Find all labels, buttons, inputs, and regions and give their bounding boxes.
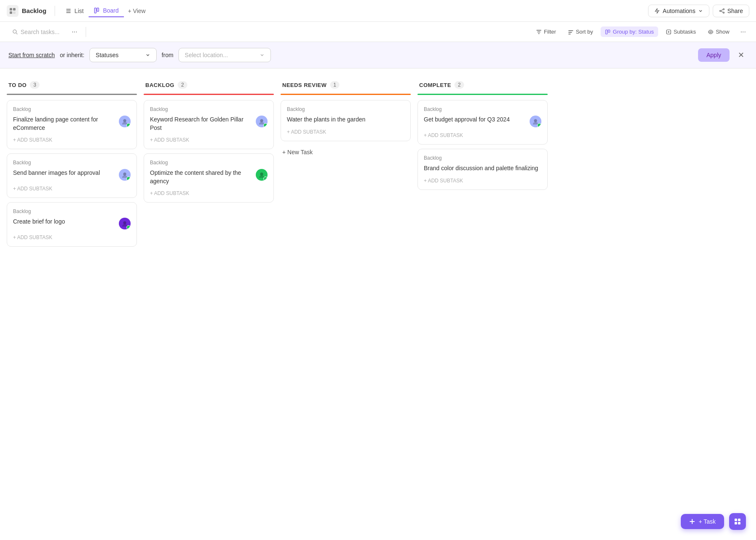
card-title: Finalize landing page content for eComme… (13, 116, 116, 132)
card-body: Optimize the content shared by the agenc… (150, 169, 268, 185)
toolbar-separator (86, 27, 86, 37)
column-count: 2 (178, 81, 187, 89)
svg-rect-8 (97, 8, 99, 11)
add-subtask-button[interactable]: + ADD SUBTASK (13, 186, 131, 192)
start-from-scratch-link[interactable]: Start from scratch (8, 52, 55, 58)
column-backlog: BACKLOG 2 Backlog Keyword Research for G… (144, 77, 274, 207)
task-card[interactable]: Backlog Get budget approval for Q3 2024 … (417, 100, 548, 145)
search-icon (12, 29, 18, 35)
task-card[interactable]: Backlog Finalize landing page content fo… (7, 100, 137, 149)
toolbar: Search tasks... ··· Filter Sort by Group… (0, 22, 756, 42)
inherit-bar: Start from scratch or inherit: Statuses … (0, 42, 756, 68)
add-subtask-button[interactable]: + ADD SUBTASK (13, 137, 131, 143)
svg-point-11 (719, 10, 721, 11)
tab-board[interactable]: Board (89, 5, 123, 17)
statuses-select[interactable]: Statuses (89, 48, 157, 62)
svg-point-9 (723, 8, 724, 10)
column-bar (281, 94, 411, 95)
card-body: Get budget approval for Q3 2024 (424, 116, 541, 127)
add-subtask-button[interactable]: + ADD SUBTASK (287, 129, 404, 135)
column-review: NEEDS REVIEW 1 Backlog Water the plants … (281, 77, 411, 159)
svg-rect-2 (10, 11, 12, 14)
location-chevron-icon (260, 53, 265, 58)
svg-rect-0 (10, 8, 12, 11)
share-icon (719, 8, 725, 14)
share-button[interactable]: Share (713, 5, 749, 17)
card-project: Backlog (424, 155, 541, 161)
svg-point-23 (260, 119, 263, 122)
svg-point-14 (13, 30, 16, 33)
add-subtask-button[interactable]: + ADD SUBTASK (150, 137, 268, 143)
svg-rect-7 (94, 8, 96, 13)
card-title: Water the plants in the garden (287, 116, 404, 124)
search-box[interactable]: Search tasks... (7, 26, 65, 38)
task-card[interactable]: Backlog Water the plants in the garden +… (281, 100, 411, 141)
column-count: 2 (454, 81, 464, 89)
card-project: Backlog (287, 106, 404, 112)
svg-point-19 (710, 31, 711, 33)
task-card[interactable]: Backlog Send banner images for approval … (7, 153, 137, 198)
show-button[interactable]: Show (704, 26, 734, 37)
column-header-review: NEEDS REVIEW 1 (281, 77, 411, 94)
svg-rect-16 (606, 30, 607, 34)
card-body: Send banner images for approval (13, 169, 131, 181)
new-task-button[interactable]: + New Task (281, 145, 411, 159)
statuses-chevron-icon (145, 53, 150, 58)
avatar (119, 169, 131, 181)
card-project: Backlog (150, 160, 268, 166)
card-title: Keyword Research for Golden Pillar Post (150, 116, 252, 132)
card-title: Get budget approval for Q3 2024 (424, 116, 526, 124)
filter-button[interactable]: Filter (532, 26, 560, 37)
svg-line-12 (721, 9, 723, 10)
card-title: Send banner images for approval (13, 169, 116, 177)
card-project: Backlog (13, 160, 131, 166)
svg-rect-3 (13, 11, 16, 14)
sort-button[interactable]: Sort by (564, 26, 597, 37)
task-card[interactable]: Backlog Create brief for logo + ADD SUBT… (7, 202, 137, 247)
column-bar (7, 94, 137, 95)
card-body: Create brief for logo (13, 218, 131, 229)
list-icon (65, 8, 72, 14)
close-inherit-button[interactable]: ✕ (735, 49, 748, 61)
tab-list[interactable]: List (60, 5, 89, 17)
apply-button[interactable]: Apply (698, 48, 730, 62)
add-subtask-button[interactable]: + ADD SUBTASK (150, 190, 268, 196)
filter-icon (536, 29, 542, 35)
nav-divider (55, 6, 55, 16)
card-title: Create brief for logo (13, 218, 116, 226)
svg-point-10 (723, 12, 724, 13)
location-select[interactable]: Select location... (178, 48, 271, 62)
svg-line-15 (16, 33, 18, 34)
column-header-backlog: BACKLOG 2 (144, 77, 274, 94)
column-title: COMPLETE (419, 82, 451, 88)
app-logo: Backlog (7, 5, 46, 17)
group-button[interactable]: Group by: Status (601, 26, 658, 37)
avatar (119, 116, 131, 127)
board: TO DO 3 Backlog Finalize landing page co… (0, 68, 756, 259)
add-subtask-button[interactable]: + ADD SUBTASK (13, 234, 131, 240)
subtasks-button[interactable]: Subtasks (662, 26, 700, 37)
card-project: Backlog (150, 106, 268, 112)
add-view-button[interactable]: + View (124, 5, 150, 17)
subtasks-icon (666, 29, 672, 35)
column-todo: TO DO 3 Backlog Finalize landing page co… (7, 77, 137, 251)
add-subtask-button[interactable]: + ADD SUBTASK (424, 132, 541, 138)
group-icon (605, 29, 611, 35)
column-header-todo: TO DO 3 (7, 77, 137, 94)
add-subtask-button[interactable]: + ADD SUBTASK (424, 178, 541, 184)
automations-chevron-icon (698, 8, 703, 13)
board-icon (94, 7, 100, 14)
svg-rect-1 (13, 8, 16, 11)
toolbar-more-button[interactable]: ··· (68, 26, 81, 37)
task-card[interactable]: Backlog Brand color discussion and palet… (417, 149, 548, 190)
task-card[interactable]: Backlog Optimize the content shared by t… (144, 153, 274, 203)
task-card[interactable]: Backlog Keyword Research for Golden Pill… (144, 100, 274, 149)
automations-button[interactable]: Automations (648, 5, 709, 17)
column-title: BACKLOG (145, 82, 174, 88)
logo-icon (7, 5, 18, 17)
column-complete: COMPLETE 2 Backlog Get budget approval f… (417, 77, 548, 194)
avatar (119, 218, 131, 229)
toolbar-overflow-button[interactable]: ··· (737, 26, 749, 37)
card-title: Brand color discussion and palette final… (424, 164, 541, 173)
automations-icon (654, 8, 660, 14)
